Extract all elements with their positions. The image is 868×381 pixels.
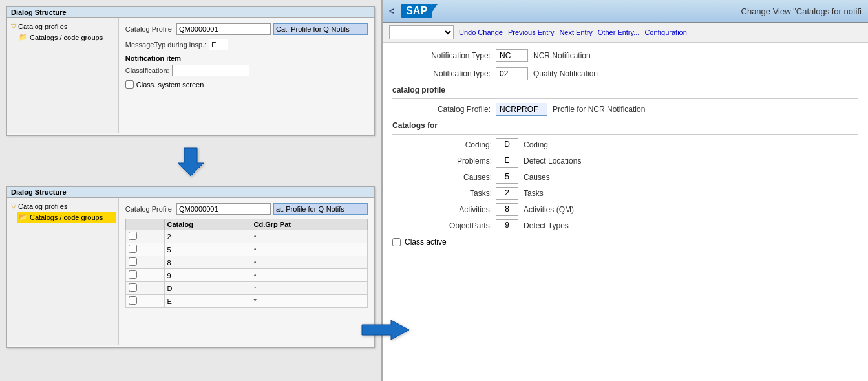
bottom-catalog-profile-row: Catalog Profile: xyxy=(125,203,368,215)
catalog-row-label: Coding: xyxy=(399,140,496,149)
bottom-catalog-profile-input[interactable] xyxy=(176,203,271,215)
divider-1 xyxy=(392,98,858,99)
col-catalog: Catalog xyxy=(164,219,251,230)
top-classification-label: Classification: xyxy=(125,67,169,74)
tree-item-catalog-profiles-top[interactable]: ▽ Catalog profiles xyxy=(10,21,116,32)
row-catalog-cell: D xyxy=(164,282,251,295)
top-notification-item-label: Notification item xyxy=(125,54,368,62)
back-button[interactable]: < xyxy=(389,6,394,16)
row-catalog-cell: E xyxy=(164,295,251,308)
row-pattern-cell: * xyxy=(251,295,367,308)
catalog-table: Catalog Cd.Grp Pat 2 * 5 * 8 * 9 * D * E… xyxy=(125,219,368,308)
notification-type-label: Notification Type: xyxy=(392,51,496,60)
top-classification-input[interactable] xyxy=(172,65,249,76)
catalog-value-text: Tasks xyxy=(524,189,544,198)
row-checkbox-cell[interactable] xyxy=(125,269,164,282)
catalogs-section: Coding: D Coding Problems: E Defect Loca… xyxy=(399,138,858,232)
bottom-dialog-structure-label: Dialog Structure xyxy=(7,187,374,198)
class-active-label: Class active xyxy=(405,237,447,246)
catalog-profile-section-label: catalog profile xyxy=(392,85,858,94)
catalog-row: Causes: 5 Causes xyxy=(399,171,858,184)
arrow-down-indicator xyxy=(6,145,375,177)
row-checkbox-cell[interactable] xyxy=(125,295,164,308)
bottom-dialog-window: Dialog Structure ▽ Catalog profiles 📂 Ca… xyxy=(6,186,375,348)
table-row[interactable]: 5 * xyxy=(125,243,367,256)
arrow-right-indicator xyxy=(359,317,410,345)
catalog-row: Activities: 8 Activities (QM) xyxy=(399,203,858,216)
row-checkbox-cell[interactable] xyxy=(125,230,164,243)
catalog-value-text: Coding xyxy=(524,140,548,149)
catalog-value-text: Defect Types xyxy=(524,221,569,230)
tree-label-catalogs-code-groups-top: Catalogs / code groups xyxy=(30,34,103,41)
row-checkbox-cell[interactable] xyxy=(125,256,164,269)
row-catalog-cell: 5 xyxy=(164,243,251,256)
row-pattern-cell: * xyxy=(251,256,367,269)
svg-marker-1 xyxy=(362,320,409,340)
notification-type-row: Notification Type: NC NCR Notification xyxy=(392,49,858,62)
catalog-code-box: 5 xyxy=(496,171,518,184)
next-entry-button[interactable]: Next Entry xyxy=(559,28,592,36)
configuration-button[interactable]: Configuration xyxy=(644,28,686,36)
toolbar-select[interactable] xyxy=(389,25,454,39)
col-checkbox xyxy=(125,219,164,230)
top-dialog-structure-label: Dialog Structure xyxy=(7,7,374,18)
class-active-checkbox[interactable] xyxy=(392,238,401,246)
sap-logo: SAP xyxy=(401,4,432,18)
tree-item-catalogs-code-groups-top[interactable]: 📁 Catalogs / code groups xyxy=(17,32,116,43)
main-content: Notification Type: NC NCR Notification N… xyxy=(383,43,868,381)
row-checkbox[interactable] xyxy=(129,283,137,292)
notification-type-name: NCR Notification xyxy=(533,51,591,60)
notification-type-value: NC xyxy=(496,49,528,62)
top-dialog-window: Dialog Structure ▽ Catalog profiles 📁 Ca… xyxy=(6,6,375,136)
row-checkbox[interactable] xyxy=(129,245,137,253)
tree-label-catalogs-code-groups-bottom: Catalogs / code groups xyxy=(30,213,103,221)
folder-open-icon: ▽ xyxy=(11,22,16,30)
top-catalog-profile-row: Catalog Profile: xyxy=(125,23,368,35)
catalog-row: Problems: E Defect Locations xyxy=(399,155,858,168)
top-class-system-checkbox[interactable] xyxy=(125,80,134,89)
row-checkbox[interactable] xyxy=(129,270,137,279)
bottom-catalog-profile-label: Catalog Profile: xyxy=(125,205,174,213)
catalog-row-label: Tasks: xyxy=(399,189,496,198)
undo-change-button[interactable]: Undo Change xyxy=(459,28,503,36)
row-checkbox-cell[interactable] xyxy=(125,243,164,256)
row-catalog-cell: 2 xyxy=(164,230,251,243)
catalog-profile-row: Catalog Profile: NCRPROF Profile for NCR… xyxy=(392,103,858,116)
top-catalog-profile-name-input[interactable] xyxy=(273,23,368,35)
folder-open-icon-bottom: ▽ xyxy=(11,202,16,210)
row-checkbox[interactable] xyxy=(129,232,137,240)
previous-entry-button[interactable]: Previous Entry xyxy=(508,28,555,36)
tree-item-catalog-profiles-bottom[interactable]: ▽ Catalog profiles xyxy=(10,201,116,212)
other-entry-button[interactable]: Other Entry... xyxy=(598,28,640,36)
class-active-row: Class active xyxy=(392,237,858,246)
sap-title: Change View "Catalogs for notifi xyxy=(439,6,862,16)
top-class-system-label: Class. system screen xyxy=(136,81,204,89)
tree-label-catalog-profiles-top: Catalog profiles xyxy=(18,23,67,30)
top-messagetype-input[interactable] xyxy=(209,39,228,50)
row-catalog-cell: 8 xyxy=(164,256,251,269)
table-row[interactable]: 2 * xyxy=(125,230,367,243)
divider-2 xyxy=(392,134,858,135)
row-checkbox-cell[interactable] xyxy=(125,282,164,295)
bottom-catalog-profile-name-input[interactable] xyxy=(273,203,368,215)
notification-type2-label: Notification type: xyxy=(392,69,496,78)
catalog-code-box: 9 xyxy=(496,219,518,232)
top-class-system-row: Class. system screen xyxy=(125,80,368,89)
table-row[interactable]: D * xyxy=(125,282,367,295)
catalog-profile-value: NCRPROF xyxy=(496,103,547,116)
sap-header: < SAP Change View "Catalogs for notifi xyxy=(383,0,868,23)
tree-item-catalogs-code-groups-bottom[interactable]: 📂 Catalogs / code groups xyxy=(17,212,116,223)
table-row[interactable]: 9 * xyxy=(125,269,367,282)
row-checkbox[interactable] xyxy=(129,257,137,266)
folder-selected-icon-bottom: 📂 xyxy=(19,213,28,221)
catalog-profile-label: Catalog Profile: xyxy=(392,105,496,114)
row-pattern-cell: * xyxy=(251,243,367,256)
table-row[interactable]: E * xyxy=(125,295,367,308)
catalog-value-text: Activities (QM) xyxy=(524,205,574,214)
top-catalog-profile-input[interactable] xyxy=(176,23,271,35)
catalogs-for-label: Catalogs for xyxy=(392,121,858,130)
table-row[interactable]: 8 * xyxy=(125,256,367,269)
top-tree-panel: ▽ Catalog profiles 📁 Catalogs / code gro… xyxy=(7,18,119,133)
row-checkbox[interactable] xyxy=(129,296,137,305)
row-pattern-cell: * xyxy=(251,230,367,243)
